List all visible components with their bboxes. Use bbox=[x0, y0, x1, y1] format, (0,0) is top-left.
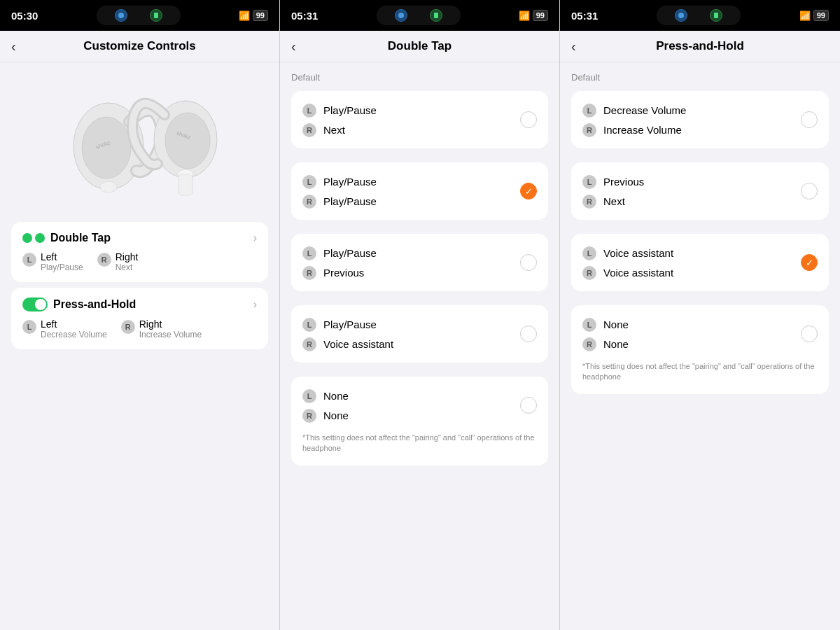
lr-info-right-dt: Right Next bbox=[115, 251, 139, 272]
press-hold-card[interactable]: Press-and-Hold › L Left Decrease Volume … bbox=[11, 288, 268, 349]
option-select-ph-4[interactable] bbox=[801, 326, 818, 342]
option-lr-item-ph-3-L: L Voice assistant bbox=[582, 245, 801, 260]
option-badge-dt-1-L: L bbox=[302, 104, 316, 118]
option-badge-ph-2-L: L bbox=[582, 175, 596, 189]
option-badge-ph-1-L: L bbox=[582, 104, 596, 118]
back-button-3[interactable]: ‹ bbox=[571, 38, 576, 55]
option-group-ph-2[interactable]: L Previous R Next bbox=[571, 162, 829, 220]
option-lr-col-ph-3: L Voice assistant R Voice assistant bbox=[582, 245, 801, 280]
option-select-dt-5[interactable] bbox=[520, 397, 537, 414]
option-badge-ph-1-R: R bbox=[582, 123, 596, 137]
option-label-dt-4-L: Play/Pause bbox=[323, 318, 377, 330]
dot-right bbox=[35, 233, 45, 243]
option-lr-col-dt-5: L None R None bbox=[302, 388, 520, 423]
di-right-3 bbox=[710, 9, 722, 22]
status-bar-3: 05:31 📶 99 bbox=[560, 0, 840, 31]
double-tap-card[interactable]: Double Tap › L Left Play/Pause R Right N… bbox=[11, 222, 268, 282]
option-group-ph-1[interactable]: L Decrease Volume R Increase Volume bbox=[571, 91, 829, 148]
option-lr-item-ph-1-L: L Decrease Volume bbox=[582, 102, 801, 118]
option-group-dt-5[interactable]: L None R None *This setting does not aff… bbox=[291, 377, 548, 465]
status-bar-1: 05:30 📶 99 bbox=[0, 0, 279, 31]
double-tap-title-row: Double Tap bbox=[22, 232, 111, 244]
option-group-dt-3[interactable]: L Play/Pause R Previous bbox=[291, 234, 548, 291]
back-button-2[interactable]: ‹ bbox=[291, 38, 296, 55]
press-hold-toggle[interactable] bbox=[22, 298, 48, 312]
back-button-1[interactable]: ‹ bbox=[11, 38, 16, 55]
option-group-dt-2[interactable]: L Play/Pause R Play/Pause bbox=[291, 162, 548, 220]
option-lr-item-ph-4-L: L None bbox=[582, 316, 801, 332]
screen-content-2: Default L Play/Pause R Next bbox=[280, 62, 559, 630]
option-badge-dt-5-L: L bbox=[302, 389, 316, 403]
dynamic-island-3 bbox=[657, 6, 741, 25]
battery-badge-3: 99 bbox=[813, 10, 829, 21]
lr-action-right-dt: Next bbox=[115, 262, 139, 272]
option-label-dt-4-R: Voice assistant bbox=[323, 338, 393, 350]
press-hold-chevron: › bbox=[253, 298, 257, 311]
status-right-1: 📶 99 bbox=[239, 10, 268, 21]
option-lr-item-dt-1-L: L Play/Pause bbox=[302, 102, 520, 118]
option-select-ph-2[interactable] bbox=[801, 183, 818, 200]
option-row-dt-1: L Play/Pause R Next bbox=[291, 95, 548, 144]
status-bar-2: 05:31 📶 99 bbox=[280, 0, 559, 31]
option-badge-dt-4-R: R bbox=[302, 337, 316, 351]
option-label-dt-1-R: Next bbox=[323, 124, 345, 136]
lr-badge-left-dt: L bbox=[22, 253, 36, 267]
nav-title-3: Press-and-Hold bbox=[656, 39, 744, 53]
panel-press-hold: 05:31 📶 99 ‹ Press-and-Hold Default bbox=[560, 0, 840, 630]
lr-info-right-ph: Right Increase Volume bbox=[139, 318, 202, 340]
option-badge-dt-3-L: L bbox=[302, 246, 316, 260]
option-group-dt-1[interactable]: L Play/Pause R Next bbox=[291, 91, 548, 148]
svg-point-11 bbox=[398, 13, 404, 18]
option-row-dt-4: L Play/Pause R Voice assistant bbox=[291, 309, 548, 358]
option-select-dt-1[interactable] bbox=[520, 111, 537, 128]
option-label-ph-3-R: Voice assistant bbox=[603, 267, 673, 279]
option-badge-dt-2-R: R bbox=[302, 195, 316, 209]
option-lr-col-ph-4: L None R None bbox=[582, 316, 801, 351]
option-lr-item-dt-3-R: R Previous bbox=[302, 265, 520, 280]
option-lr-col-ph-2: L Previous R Next bbox=[582, 174, 801, 209]
svg-rect-10 bbox=[178, 174, 192, 195]
option-label-ph-2-R: Next bbox=[603, 195, 625, 207]
battery-badge-1: 99 bbox=[253, 10, 268, 21]
svg-point-7 bbox=[165, 113, 210, 169]
option-lr-col-ph-1: L Decrease Volume R Increase Volume bbox=[582, 102, 801, 137]
default-label-ph: Default bbox=[560, 62, 840, 87]
option-lr-item-dt-5-R: R None bbox=[302, 407, 520, 423]
option-select-dt-4[interactable] bbox=[520, 326, 537, 342]
wifi-icon-1: 📶 bbox=[239, 10, 250, 21]
option-lr-item-dt-2-L: L Play/Pause bbox=[302, 174, 520, 189]
double-tap-dots bbox=[22, 233, 45, 243]
double-tap-right: R Right Next bbox=[97, 251, 139, 272]
option-select-dt-3[interactable] bbox=[520, 254, 537, 271]
option-label-ph-1-L: Decrease Volume bbox=[603, 104, 686, 116]
option-group-ph-3[interactable]: L Voice assistant R Voice assistant bbox=[571, 234, 829, 291]
svg-point-0 bbox=[118, 13, 124, 18]
option-label-ph-2-L: Previous bbox=[603, 176, 644, 188]
svg-rect-12 bbox=[434, 13, 438, 18]
lr-side-right-dt: Right bbox=[115, 251, 139, 262]
option-row-ph-2: L Previous R Next bbox=[571, 167, 829, 216]
option-lr-item-dt-4-L: L Play/Pause bbox=[302, 316, 520, 332]
option-row-dt-2: L Play/Pause R Play/Pause bbox=[291, 167, 548, 216]
press-hold-left: L Left Decrease Volume bbox=[22, 318, 107, 340]
option-select-dt-2[interactable] bbox=[520, 183, 537, 200]
option-group-ph-4[interactable]: L None R None *This setting does not aff… bbox=[571, 305, 829, 394]
nav-bar-1: ‹ Customize Controls bbox=[0, 31, 279, 62]
option-lr-item-ph-1-R: R Increase Volume bbox=[582, 122, 801, 137]
press-hold-right: R Right Increase Volume bbox=[121, 318, 202, 340]
dynamic-island-pill-2 bbox=[377, 6, 461, 25]
option-group-dt-4[interactable]: L Play/Pause R Voice assistant bbox=[291, 305, 548, 363]
option-lr-item-dt-3-L: L Play/Pause bbox=[302, 245, 520, 260]
option-select-ph-3[interactable] bbox=[801, 254, 818, 271]
nav-title-1: Customize Controls bbox=[83, 39, 196, 53]
option-row-dt-3: L Play/Pause R Previous bbox=[291, 238, 548, 287]
option-lr-item-dt-1-R: R Next bbox=[302, 122, 520, 137]
di-left-3 bbox=[675, 9, 687, 22]
dot-left bbox=[22, 233, 32, 243]
option-row-ph-1: L Decrease Volume R Increase Volume bbox=[571, 95, 829, 144]
di-right-1 bbox=[150, 9, 162, 22]
lr-side-left-dt: Left bbox=[41, 251, 83, 262]
option-badge-dt-3-R: R bbox=[302, 266, 316, 280]
option-badge-dt-4-L: L bbox=[302, 318, 316, 332]
option-select-ph-1[interactable] bbox=[801, 111, 818, 128]
